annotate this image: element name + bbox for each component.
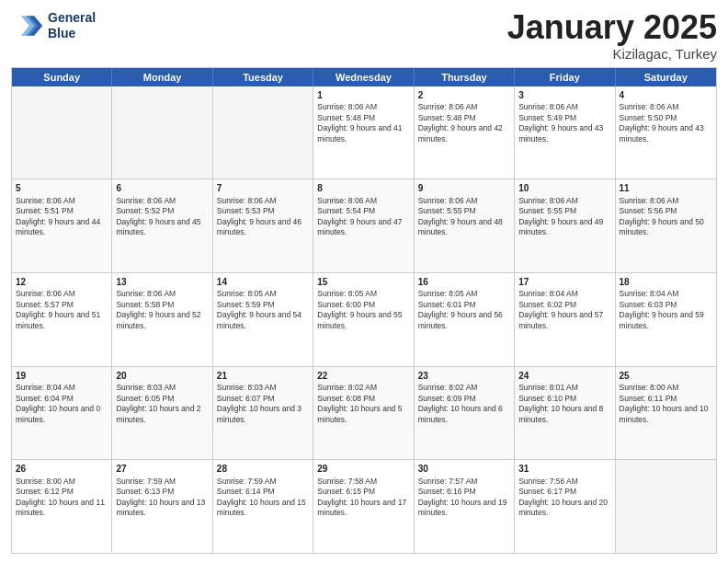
calendar-header: SundayMondayTuesdayWednesdayThursdayFrid… [12, 68, 716, 86]
day-number: 26 [16, 463, 108, 476]
day-content: Sunrise: 7:59 AM Sunset: 6:14 PM Dayligh… [217, 477, 309, 519]
logo-line1: General [48, 10, 96, 26]
day-number: 11 [620, 182, 712, 195]
day-number: 31 [518, 463, 610, 476]
day-content: Sunrise: 8:06 AM Sunset: 5:52 PM Dayligh… [116, 196, 208, 238]
calendar-empty-cell [112, 86, 212, 179]
calendar-day-19: 19Sunrise: 8:04 AM Sunset: 6:04 PM Dayli… [12, 367, 112, 460]
calendar-day-18: 18Sunrise: 8:04 AM Sunset: 6:03 PM Dayli… [616, 273, 716, 366]
day-content: Sunrise: 8:06 AM Sunset: 5:51 PM Dayligh… [16, 196, 108, 238]
day-content: Sunrise: 8:06 AM Sunset: 5:57 PM Dayligh… [16, 289, 108, 331]
header-day-wednesday: Wednesday [313, 68, 414, 86]
calendar-day-6: 6Sunrise: 8:06 AM Sunset: 5:52 PM Daylig… [112, 179, 212, 272]
calendar-day-20: 20Sunrise: 8:03 AM Sunset: 6:05 PM Dayli… [112, 367, 212, 460]
calendar-day-3: 3Sunrise: 8:06 AM Sunset: 5:49 PM Daylig… [515, 86, 615, 179]
day-number: 30 [418, 463, 510, 476]
calendar: SundayMondayTuesdayWednesdayThursdayFrid… [11, 67, 717, 554]
day-number: 19 [16, 370, 108, 383]
day-content: Sunrise: 8:06 AM Sunset: 5:58 PM Dayligh… [116, 289, 208, 331]
day-content: Sunrise: 8:06 AM Sunset: 5:50 PM Dayligh… [620, 102, 712, 144]
day-content: Sunrise: 8:05 AM Sunset: 6:00 PM Dayligh… [317, 289, 409, 331]
day-number: 13 [116, 276, 208, 289]
calendar-day-21: 21Sunrise: 8:03 AM Sunset: 6:07 PM Dayli… [213, 367, 313, 460]
day-content: Sunrise: 8:02 AM Sunset: 6:09 PM Dayligh… [418, 383, 510, 425]
day-number: 28 [217, 463, 309, 476]
calendar-day-28: 28Sunrise: 7:59 AM Sunset: 6:14 PM Dayli… [213, 460, 313, 553]
day-number: 4 [620, 89, 712, 102]
day-number: 1 [317, 89, 409, 102]
calendar-body: 1Sunrise: 8:06 AM Sunset: 5:48 PM Daylig… [12, 86, 716, 553]
calendar-empty-cell [616, 460, 716, 553]
calendar-empty-cell [12, 86, 112, 179]
calendar-day-23: 23Sunrise: 8:02 AM Sunset: 6:09 PM Dayli… [415, 367, 515, 460]
header-day-thursday: Thursday [415, 68, 515, 86]
day-content: Sunrise: 8:05 AM Sunset: 5:59 PM Dayligh… [217, 289, 309, 331]
header: General Blue January 2025 Kizilagac, Tur… [11, 9, 717, 62]
day-content: Sunrise: 7:59 AM Sunset: 6:13 PM Dayligh… [116, 477, 208, 519]
logo-line2: Blue [48, 26, 96, 41]
calendar-day-26: 26Sunrise: 8:00 AM Sunset: 6:12 PM Dayli… [12, 460, 112, 553]
day-content: Sunrise: 8:04 AM Sunset: 6:02 PM Dayligh… [518, 289, 610, 331]
day-content: Sunrise: 7:57 AM Sunset: 6:16 PM Dayligh… [418, 477, 510, 519]
month-title: January 2025 [507, 9, 717, 46]
day-number: 25 [620, 370, 712, 383]
calendar-day-17: 17Sunrise: 8:04 AM Sunset: 6:02 PM Dayli… [515, 273, 615, 366]
day-content: Sunrise: 8:00 AM Sunset: 6:11 PM Dayligh… [620, 383, 712, 425]
day-content: Sunrise: 8:01 AM Sunset: 6:10 PM Dayligh… [518, 383, 610, 425]
logo-text: General Blue [48, 10, 96, 41]
header-day-tuesday: Tuesday [213, 68, 313, 86]
day-content: Sunrise: 8:00 AM Sunset: 6:12 PM Dayligh… [16, 477, 108, 519]
day-content: Sunrise: 8:06 AM Sunset: 5:48 PM Dayligh… [317, 102, 409, 144]
day-content: Sunrise: 8:06 AM Sunset: 5:54 PM Dayligh… [317, 196, 409, 238]
day-number: 10 [518, 182, 610, 195]
calendar-day-9: 9Sunrise: 8:06 AM Sunset: 5:55 PM Daylig… [415, 179, 515, 272]
day-number: 9 [418, 182, 510, 195]
logo-icon [11, 9, 44, 42]
day-number: 8 [317, 182, 409, 195]
calendar-day-22: 22Sunrise: 8:02 AM Sunset: 6:08 PM Dayli… [313, 367, 414, 460]
calendar-day-25: 25Sunrise: 8:00 AM Sunset: 6:11 PM Dayli… [616, 367, 716, 460]
calendar-day-29: 29Sunrise: 7:58 AM Sunset: 6:15 PM Dayli… [313, 460, 414, 553]
day-number: 15 [317, 276, 409, 289]
day-number: 5 [16, 182, 108, 195]
calendar-day-30: 30Sunrise: 7:57 AM Sunset: 6:16 PM Dayli… [415, 460, 515, 553]
calendar-row-3: 12Sunrise: 8:06 AM Sunset: 5:57 PM Dayli… [12, 273, 716, 367]
header-day-friday: Friday [515, 68, 615, 86]
day-number: 2 [418, 89, 510, 102]
page: General Blue January 2025 Kizilagac, Tur… [0, 0, 728, 563]
day-content: Sunrise: 8:02 AM Sunset: 6:08 PM Dayligh… [317, 383, 409, 425]
calendar-day-1: 1Sunrise: 8:06 AM Sunset: 5:48 PM Daylig… [313, 86, 414, 179]
title-block: January 2025 Kizilagac, Turkey [507, 9, 717, 62]
day-number: 29 [317, 463, 409, 476]
calendar-row-2: 5Sunrise: 8:06 AM Sunset: 5:51 PM Daylig… [12, 179, 716, 273]
calendar-day-31: 31Sunrise: 7:56 AM Sunset: 6:17 PM Dayli… [515, 460, 615, 553]
calendar-day-11: 11Sunrise: 8:06 AM Sunset: 5:56 PM Dayli… [616, 179, 716, 272]
day-number: 24 [518, 370, 610, 383]
day-content: Sunrise: 8:04 AM Sunset: 6:04 PM Dayligh… [16, 383, 108, 425]
day-content: Sunrise: 8:06 AM Sunset: 5:49 PM Dayligh… [518, 102, 610, 144]
day-content: Sunrise: 8:04 AM Sunset: 6:03 PM Dayligh… [620, 289, 712, 331]
day-content: Sunrise: 8:06 AM Sunset: 5:55 PM Dayligh… [518, 196, 610, 238]
day-number: 14 [217, 276, 309, 289]
subtitle: Kizilagac, Turkey [507, 46, 717, 62]
day-content: Sunrise: 8:05 AM Sunset: 6:01 PM Dayligh… [418, 289, 510, 331]
calendar-row-5: 26Sunrise: 8:00 AM Sunset: 6:12 PM Dayli… [12, 460, 716, 553]
header-day-saturday: Saturday [616, 68, 716, 86]
day-number: 23 [418, 370, 510, 383]
day-content: Sunrise: 8:06 AM Sunset: 5:48 PM Dayligh… [418, 102, 510, 144]
day-number: 20 [116, 370, 208, 383]
day-content: Sunrise: 7:58 AM Sunset: 6:15 PM Dayligh… [317, 477, 409, 519]
day-number: 12 [16, 276, 108, 289]
calendar-empty-cell [213, 86, 313, 179]
day-number: 27 [116, 463, 208, 476]
logo: General Blue [11, 9, 96, 42]
calendar-day-7: 7Sunrise: 8:06 AM Sunset: 5:53 PM Daylig… [213, 179, 313, 272]
day-number: 18 [620, 276, 712, 289]
calendar-day-2: 2Sunrise: 8:06 AM Sunset: 5:48 PM Daylig… [415, 86, 515, 179]
day-content: Sunrise: 8:06 AM Sunset: 5:53 PM Dayligh… [217, 196, 309, 238]
day-content: Sunrise: 7:56 AM Sunset: 6:17 PM Dayligh… [518, 477, 610, 519]
calendar-day-16: 16Sunrise: 8:05 AM Sunset: 6:01 PM Dayli… [415, 273, 515, 366]
header-day-sunday: Sunday [12, 68, 112, 86]
calendar-day-4: 4Sunrise: 8:06 AM Sunset: 5:50 PM Daylig… [616, 86, 716, 179]
calendar-row-4: 19Sunrise: 8:04 AM Sunset: 6:04 PM Dayli… [12, 367, 716, 461]
